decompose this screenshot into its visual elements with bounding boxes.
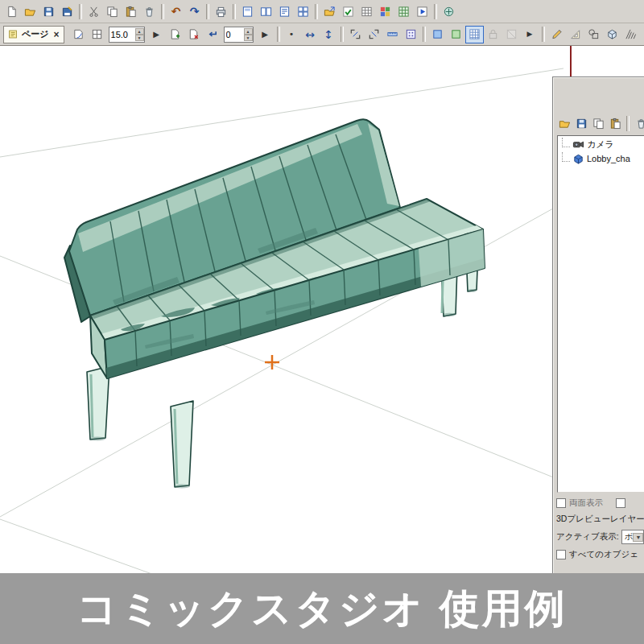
rotate-input[interactable] xyxy=(225,28,244,40)
shape-tools-icon xyxy=(588,28,600,40)
zoom-spin-up-icon[interactable]: ▲ xyxy=(135,28,144,35)
save-button[interactable] xyxy=(39,2,58,20)
page-guide-line xyxy=(570,46,572,76)
view-options-group: ▶•↔↕ xyxy=(256,26,521,43)
3d-preview-panel: カメラLobby_cha 両面表示 3Dプレビューレイヤー アクティブ表示: ボ… xyxy=(552,76,644,573)
snap-ruler-button[interactable] xyxy=(383,26,402,43)
triangle-ruler-button[interactable] xyxy=(566,26,584,43)
tree-item-label: Lobby_cha xyxy=(587,154,630,163)
view-text-icon xyxy=(279,6,291,18)
delete-button[interactable] xyxy=(140,2,159,20)
cross-hatch-button[interactable] xyxy=(640,26,644,43)
page-3d-view[interactable] xyxy=(0,46,644,644)
draw-tools-group: ▶ xyxy=(521,26,644,43)
delete-page-icon xyxy=(188,28,200,40)
view-single-button[interactable] xyxy=(238,2,257,20)
zoom-input[interactable] xyxy=(109,28,135,40)
paste-button[interactable] xyxy=(122,2,140,20)
page-edit-group: ▶ xyxy=(147,26,221,43)
double-sided-checkbox[interactable] xyxy=(556,498,566,508)
guide-locked2-button[interactable] xyxy=(502,26,521,43)
paste-icon xyxy=(609,118,621,130)
toolbar-separator xyxy=(233,4,236,19)
zoom-spin-down-icon[interactable]: ▼ xyxy=(135,35,144,41)
page-tab[interactable]: ページ × xyxy=(3,26,64,43)
corner-guide-ne-button[interactable] xyxy=(365,26,383,43)
arrow-vertical-button[interactable]: ↕ xyxy=(320,26,338,43)
copy-button[interactable] xyxy=(590,115,606,131)
rotate-spin-down-icon[interactable]: ▼ xyxy=(244,35,253,41)
play-preview-icon xyxy=(416,6,428,18)
delete-icon xyxy=(143,6,155,18)
tree-item-camera[interactable]: カメラ xyxy=(558,136,644,151)
all-objects-checkbox[interactable] xyxy=(556,550,566,559)
guide-locked-button[interactable] xyxy=(484,26,502,43)
page-tab-close-icon[interactable]: × xyxy=(54,29,60,40)
zoom-spinner: ▲ ▼ xyxy=(135,28,144,41)
play-preview-button[interactable] xyxy=(413,2,431,20)
page-toolbar: ページ × ▲ ▼ ▶ ▲ ▼ ▶•↔↕ ▶ xyxy=(0,23,644,46)
grid-visible-button[interactable] xyxy=(465,26,484,43)
tree-item-cube[interactable]: Lobby_cha xyxy=(558,151,644,165)
corner-guide-nw-button[interactable] xyxy=(346,26,365,43)
speed-lines-icon xyxy=(625,28,637,40)
add-page-icon xyxy=(169,28,181,40)
snap-tone-button[interactable] xyxy=(402,26,420,43)
solid-box-button[interactable] xyxy=(603,26,621,43)
triangle-ruler-icon xyxy=(569,28,581,40)
scroll-right-button[interactable]: ▶ xyxy=(521,26,539,43)
save-material-button[interactable] xyxy=(573,115,589,131)
object-list[interactable]: カメラLobby_cha xyxy=(557,135,644,493)
delete-page-button[interactable] xyxy=(184,26,203,43)
corner-guide-ne-icon xyxy=(368,28,380,40)
filter-tool-button[interactable] xyxy=(440,2,458,20)
arrow-horizontal-button[interactable]: ↔ xyxy=(301,26,320,43)
checkmark-tool-button[interactable] xyxy=(339,2,357,20)
toolbar-separator xyxy=(423,27,426,42)
open-folder-button[interactable] xyxy=(556,115,572,131)
dot-marker-button[interactable]: • xyxy=(283,26,301,43)
new-page-button[interactable] xyxy=(2,2,21,20)
marker-green-button[interactable] xyxy=(447,26,465,43)
view-text-button[interactable] xyxy=(275,2,294,20)
play-small-button[interactable]: ▶ xyxy=(147,26,166,43)
redo-button[interactable]: ↷ xyxy=(185,2,204,20)
cut-button[interactable] xyxy=(85,2,103,20)
solid-box-icon xyxy=(606,28,618,40)
shape-tools-button[interactable] xyxy=(584,26,603,43)
speed-lines-button[interactable] xyxy=(621,26,640,43)
scroll-right-icon: ▶ xyxy=(527,31,533,38)
save-as-button[interactable] xyxy=(58,2,76,20)
view-thumbnail-button[interactable] xyxy=(294,2,312,20)
option2-checkbox[interactable] xyxy=(616,498,625,508)
new-page-icon xyxy=(6,6,18,18)
bench-3d-model[interactable] xyxy=(64,119,485,488)
page-flip-button[interactable] xyxy=(69,26,88,43)
corner-guide-nw-icon xyxy=(349,28,361,40)
open-folder-icon xyxy=(559,118,571,130)
snap-ruler-icon xyxy=(386,28,398,40)
canvas-area[interactable] xyxy=(0,46,644,644)
add-page-button[interactable] xyxy=(166,26,184,43)
marker-blue-button[interactable] xyxy=(428,26,447,43)
copy-button[interactable] xyxy=(103,2,122,20)
export-button[interactable] xyxy=(320,2,339,20)
paste-button[interactable] xyxy=(607,115,623,131)
open-file-button[interactable] xyxy=(21,2,39,20)
story-grid-button[interactable] xyxy=(357,2,376,20)
return-arrow-button[interactable] xyxy=(203,26,221,43)
view-spread-button[interactable] xyxy=(257,2,275,20)
print-button[interactable] xyxy=(212,2,230,20)
undo-button[interactable]: ↶ xyxy=(167,2,185,20)
pencil-button[interactable] xyxy=(547,26,566,43)
tree-connector xyxy=(562,152,570,162)
rotate-spin-up-icon[interactable]: ▲ xyxy=(244,28,253,35)
double-sided-row: 両面表示 xyxy=(553,497,644,509)
material-grid-button[interactable] xyxy=(394,2,413,20)
layout-grid-button[interactable] xyxy=(88,26,106,43)
color-palette-button[interactable] xyxy=(376,2,394,20)
delete-button[interactable] xyxy=(633,115,644,131)
play-small-button[interactable]: ▶ xyxy=(256,26,275,43)
active-display-select[interactable]: ボ ▼ xyxy=(621,530,644,544)
open-file-icon xyxy=(24,6,36,18)
